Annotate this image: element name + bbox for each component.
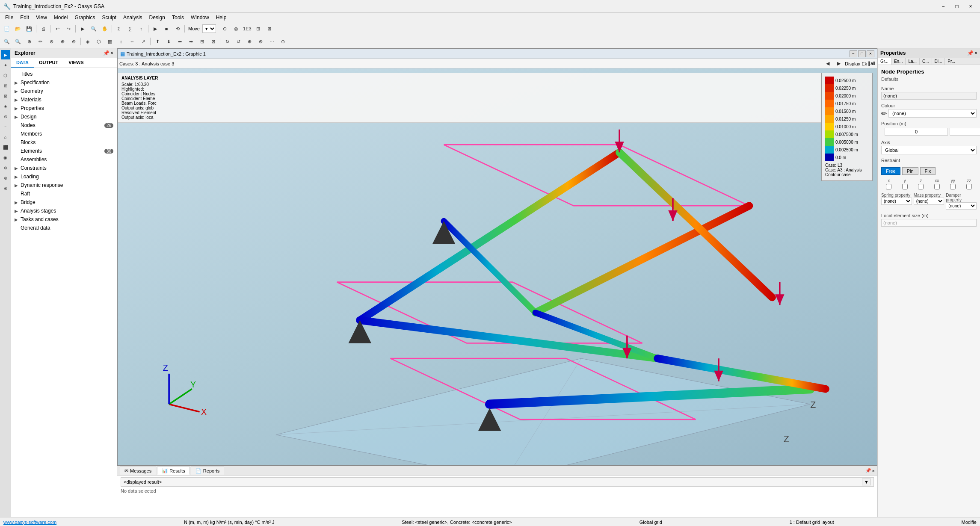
sidebar-icon-5[interactable]: ⊠ [1,91,10,100]
graphic-viewport[interactable]: X Y Z Z Z A ANALYSIS LAYER Scale: 1:6 [118,68,877,465]
tree-analysis-stages[interactable]: ▶ Analysis stages [11,207,117,215]
tb2-b11[interactable]: ↕ [116,37,126,46]
tree-nodes[interactable]: Nodes 26 [11,121,117,130]
menu-model[interactable]: Model [50,14,71,21]
tb2-b21[interactable]: ↺ [233,37,243,46]
tree-raft[interactable]: Raft [11,189,117,198]
menu-file[interactable]: File [2,14,17,21]
tb2-b3[interactable]: ⊕ [24,37,34,46]
tb2-b4[interactable]: ✏ [35,37,45,46]
tree-titles[interactable]: Titles [11,70,117,78]
graphic-tb-2[interactable]: ▶ [834,59,844,68]
props-axis-select[interactable]: Global [881,146,977,154]
reset-button[interactable]: ⟲ [172,24,183,33]
maximize-button[interactable]: □ [951,2,963,11]
dof-check-y[interactable] [897,184,913,189]
sum-button[interactable]: Σ [114,24,124,33]
props-tab-c[interactable]: C... [920,58,932,65]
tb2-b17[interactable]: ➡ [186,37,196,46]
menu-help[interactable]: Help [213,14,230,21]
props-pos-y[interactable] [950,128,980,136]
sidebar-icon-14[interactable]: ⊗ [1,183,10,193]
tree-members[interactable]: Members [11,130,117,138]
tb2-b13[interactable]: ↗ [138,37,148,46]
graphic-max-button[interactable]: □ [858,50,866,57]
sidebar-icon-11[interactable]: ◉ [1,153,10,162]
tb2-b23[interactable]: ⊗ [255,37,266,46]
save-button[interactable]: 💾 [24,24,34,33]
sidebar-icon-2[interactable]: ✦ [1,60,10,70]
tab-data[interactable]: DATA [11,58,34,68]
max-button[interactable]: ↑ [136,24,146,33]
props-tab-la[interactable]: La... [906,58,919,65]
tb2-b19[interactable]: ⊠ [208,37,218,46]
sidebar-icon-8[interactable]: ⋯ [1,122,10,131]
tb2-b5[interactable]: ⊗ [46,37,56,46]
tree-geometry[interactable]: ▶ Geometry [11,87,117,95]
menu-graphics[interactable]: Graphics [71,14,99,21]
dof-check-z[interactable] [913,184,929,189]
tree-constraints[interactable]: ▶ Constraints [11,164,117,172]
tab-output[interactable]: OUTPUT [34,58,63,68]
tb2-b25[interactable]: ⊙ [278,37,288,46]
props-tab-di[interactable]: Di... [932,58,945,65]
menu-analysis[interactable]: Analysis [120,14,146,21]
tb-extra3[interactable]: 1E3 [242,24,252,33]
restraint-free-button[interactable]: Free [881,167,900,175]
spring-select[interactable]: (none) [881,198,912,205]
menu-edit[interactable]: Edit [17,14,33,21]
sidebar-icon-7[interactable]: ⊙ [1,112,10,121]
tb2-b8[interactable]: ◈ [83,37,93,46]
open-button[interactable]: 📂 [13,24,23,33]
dof-check-x[interactable] [881,184,897,189]
restraint-pin-button[interactable]: Pin [902,167,918,175]
close-button[interactable]: × [965,2,977,11]
tree-assemblies[interactable]: Assemblies [11,155,117,164]
menu-design[interactable]: Design [146,14,169,21]
undo-button[interactable]: ↩ [52,24,62,33]
tb2-b18[interactable]: ⊞ [197,37,207,46]
tree-elements[interactable]: Elements 36 [11,147,117,155]
props-tab-gr[interactable]: Gr... [878,58,891,65]
graphic-tb-1[interactable]: ◀ [823,59,833,68]
sidebar-icon-3[interactable]: ⬡ [1,71,10,80]
tb2-b15[interactable]: ⬇ [163,37,174,46]
tree-general-data[interactable]: General data [11,224,117,232]
dof-x-checkbox[interactable] [886,184,891,189]
status-website[interactable]: www.oasys-software.com [3,520,56,525]
graphic-close-button[interactable]: × [867,50,874,57]
menu-window[interactable]: Window [187,14,213,21]
results-tab-messages[interactable]: ✉ Messages [120,467,156,475]
mass-select[interactable]: (none) [914,198,944,205]
props-pos-x[interactable] [885,128,948,136]
tree-properties[interactable]: ▶ Properties [11,104,117,112]
tb-extra2[interactable]: ◎ [231,24,241,33]
dof-xx-checkbox[interactable] [934,184,940,189]
sidebar-icon-13[interactable]: ⊕ [1,173,10,183]
tb-extra1[interactable]: ⊙ [220,24,230,33]
tb2-b6[interactable]: ⊕ [57,37,68,46]
redo-button[interactable]: ↪ [63,24,74,33]
sidebar-icon-4[interactable]: ⊞ [1,81,10,90]
pan-button[interactable]: ✋ [100,24,110,33]
tb2-b16[interactable]: ⬅ [175,37,185,46]
props-close-button[interactable]: × [974,50,977,56]
dof-check-zz[interactable] [962,184,977,189]
damper-select[interactable]: (none) [946,202,977,210]
tb2-b9[interactable]: ⬡ [94,37,104,46]
menu-view[interactable]: View [33,14,50,21]
sidebar-icon-10[interactable]: ⬛ [1,142,10,152]
props-colour-select[interactable]: (none) [888,109,977,118]
dof-z-checkbox[interactable] [918,184,924,189]
minimize-button[interactable]: − [937,2,949,11]
dof-yy-checkbox[interactable] [950,184,956,189]
tb2-b22[interactable]: ⊕ [244,37,255,46]
results-tab-results[interactable]: 📊 Results [157,467,190,475]
tb2-b10[interactable]: ▦ [105,37,115,46]
props-pin-button[interactable]: 📌 [967,50,974,56]
props-tab-pr[interactable]: Pr... [945,58,958,65]
tb2-b2[interactable]: 🔍 [13,37,23,46]
results-close-button[interactable]: × [872,468,875,473]
dof-check-xx[interactable] [930,184,945,189]
new-button[interactable]: 📄 [2,24,12,33]
